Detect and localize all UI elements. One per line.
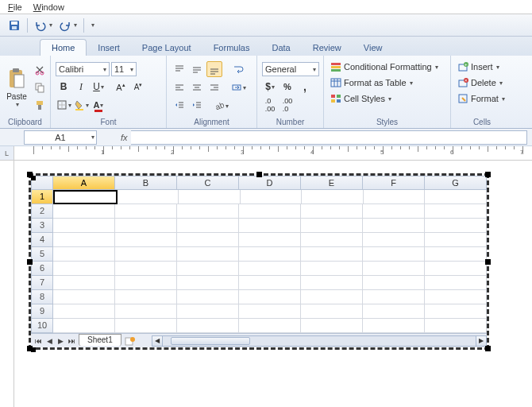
column-header[interactable]: D <box>239 176 301 190</box>
cell[interactable] <box>177 290 239 304</box>
cell[interactable] <box>301 247 363 262</box>
sheet-tab[interactable]: Sheet1 <box>79 334 121 346</box>
decrease-decimal-button[interactable]: .00.0 <box>279 97 295 113</box>
column-header[interactable]: F <box>363 176 425 190</box>
number-format-combo[interactable]: General▾ <box>262 62 319 76</box>
comma-button[interactable]: , <box>297 79 313 95</box>
percent-button[interactable]: % <box>279 79 295 95</box>
cell[interactable] <box>363 319 425 333</box>
cell[interactable] <box>177 304 239 319</box>
resize-handle-tl[interactable] <box>27 172 33 177</box>
decrease-indent-button[interactable] <box>172 98 187 114</box>
cell[interactable] <box>239 233 301 247</box>
cell[interactable] <box>53 262 115 276</box>
cell[interactable] <box>425 276 487 290</box>
scroll-thumb[interactable] <box>171 337 250 345</box>
cell[interactable] <box>115 247 177 262</box>
scroll-right-button[interactable]: ▶ <box>476 335 487 347</box>
sheet-nav-next[interactable]: ▶ <box>55 335 66 347</box>
cell[interactable] <box>177 262 239 276</box>
resize-handle-bl[interactable] <box>27 346 33 351</box>
cell[interactable] <box>177 247 239 262</box>
fx-icon[interactable]: fx <box>121 133 128 142</box>
cell[interactable] <box>115 276 177 290</box>
wrap-text-button[interactable] <box>230 61 246 77</box>
tab-home[interactable]: Home <box>40 39 87 56</box>
vertical-ruler[interactable] <box>0 161 14 407</box>
resize-handle-tm[interactable] <box>256 172 262 177</box>
row-header[interactable]: 6 <box>31 262 53 276</box>
cell[interactable] <box>301 290 363 304</box>
cell[interactable] <box>425 262 487 276</box>
save-button[interactable] <box>6 17 22 33</box>
cell[interactable] <box>364 190 426 204</box>
cell[interactable] <box>425 233 487 247</box>
underline-button[interactable]: U▾ <box>91 79 106 95</box>
scroll-left-button[interactable]: ◀ <box>152 335 163 347</box>
cell[interactable] <box>239 276 301 290</box>
cell[interactable] <box>363 219 425 233</box>
cell[interactable] <box>53 319 115 333</box>
currency-button[interactable]: $▾ <box>262 79 278 95</box>
menu-window[interactable]: Window <box>29 2 69 13</box>
document-canvas[interactable]: ABCDEFG 12345678910 ⏮ ◀ ▶ ⏭ Sheet1 ◀ <box>14 161 532 407</box>
sheet-nav-last[interactable]: ⏭ <box>66 335 77 347</box>
column-header[interactable]: A <box>53 176 115 190</box>
cell[interactable] <box>239 304 301 319</box>
align-bottom-button[interactable] <box>206 61 222 77</box>
row-header[interactable]: 8 <box>31 290 53 304</box>
cell[interactable] <box>239 262 301 276</box>
horizontal-ruler[interactable]: 1234567 <box>14 146 532 160</box>
row-header[interactable]: 7 <box>31 276 53 290</box>
cell[interactable] <box>363 304 425 319</box>
column-header[interactable]: G <box>425 176 487 190</box>
column-header[interactable]: B <box>115 176 177 190</box>
font-size-combo[interactable]: 11▾ <box>111 62 137 76</box>
resize-handle-tr[interactable] <box>485 172 491 177</box>
cell[interactable] <box>53 247 115 262</box>
menu-file[interactable]: File <box>3 2 27 13</box>
merge-button[interactable]: ▾ <box>230 79 246 95</box>
italic-button[interactable]: I <box>73 79 89 95</box>
cell[interactable] <box>239 204 301 219</box>
row-header[interactable]: 9 <box>31 304 53 319</box>
cell[interactable] <box>115 204 177 219</box>
cell[interactable] <box>115 319 177 333</box>
bold-button[interactable]: B <box>56 79 71 95</box>
cell[interactable] <box>425 190 487 204</box>
format-painter-button[interactable] <box>32 97 48 113</box>
redo-button[interactable]: ▾ <box>57 17 79 33</box>
cell[interactable] <box>53 190 118 204</box>
align-right-button[interactable] <box>206 79 222 95</box>
cell[interactable] <box>177 319 239 333</box>
cell[interactable] <box>239 290 301 304</box>
cell[interactable] <box>363 233 425 247</box>
row-header[interactable]: 4 <box>31 233 53 247</box>
cell[interactable] <box>115 233 177 247</box>
cell[interactable] <box>363 262 425 276</box>
row-header[interactable]: 1 <box>31 190 53 204</box>
align-top-button[interactable] <box>172 61 187 77</box>
resize-handle-mr[interactable] <box>485 259 491 265</box>
cell[interactable] <box>425 304 487 319</box>
tab-data[interactable]: Data <box>260 40 301 56</box>
copy-button[interactable] <box>32 79 48 95</box>
select-all-corner[interactable] <box>31 176 53 190</box>
cell[interactable] <box>179 190 241 204</box>
sheet-nav-prev[interactable]: ◀ <box>44 335 55 347</box>
cell[interactable] <box>177 204 239 219</box>
cell[interactable] <box>301 262 363 276</box>
font-color-button[interactable]: A▾ <box>91 97 106 113</box>
align-left-button[interactable] <box>172 79 187 95</box>
cell[interactable] <box>53 276 115 290</box>
column-header[interactable]: E <box>301 176 363 190</box>
cell[interactable] <box>53 204 115 219</box>
align-middle-button[interactable] <box>189 61 205 77</box>
increase-decimal-button[interactable]: .0.00 <box>262 97 278 113</box>
grow-font-button[interactable]: A▴ <box>113 79 129 95</box>
tab-insert[interactable]: Insert <box>87 40 131 56</box>
formula-input[interactable] <box>131 130 527 145</box>
cell[interactable] <box>425 204 487 219</box>
cell[interactable] <box>53 233 115 247</box>
row-header[interactable]: 5 <box>31 247 53 262</box>
